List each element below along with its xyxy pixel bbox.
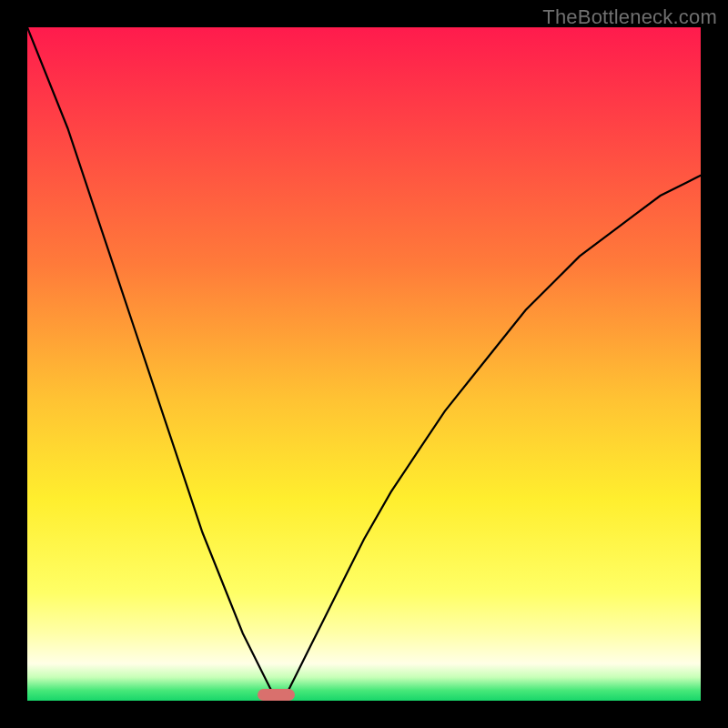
plot-area: [27, 27, 701, 701]
right-branch-path: [285, 176, 701, 698]
watermark-text: TheBottleneck.com: [542, 5, 717, 29]
chart-frame: TheBottleneck.com: [0, 0, 728, 728]
optimum-marker: [258, 689, 295, 701]
left-branch-path: [27, 27, 275, 697]
bottleneck-curve: [27, 27, 701, 701]
